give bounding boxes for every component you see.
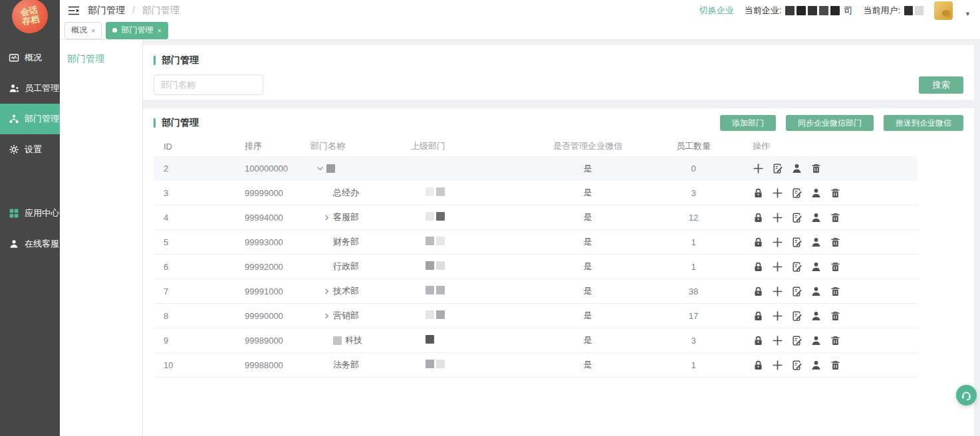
lock-icon[interactable] xyxy=(753,310,764,322)
sidebar-item-online-support[interactable]: 在线客服 xyxy=(0,229,60,259)
edit-icon[interactable] xyxy=(791,310,802,322)
plus-icon[interactable] xyxy=(772,360,783,371)
headset-icon xyxy=(960,389,973,401)
collapse-menu-icon[interactable] xyxy=(68,6,80,15)
redacted-block xyxy=(426,261,434,270)
lock-icon[interactable] xyxy=(753,360,764,371)
breadcrumb-page: 部门管理 xyxy=(142,5,180,15)
cell-actions xyxy=(751,286,918,297)
department-name-input[interactable] xyxy=(154,74,263,95)
user-icon[interactable] xyxy=(810,212,822,223)
edit-icon[interactable] xyxy=(791,237,802,248)
cell-sort: 99988000 xyxy=(233,360,299,370)
edit-icon[interactable] xyxy=(791,335,802,346)
edit-icon[interactable] xyxy=(791,286,802,297)
table-card-title: 部门管理 xyxy=(154,117,199,129)
subsidebar-item-departments[interactable]: 部门管理 xyxy=(60,53,142,65)
lock-icon[interactable] xyxy=(753,286,764,297)
trash-icon[interactable] xyxy=(830,187,841,199)
support-float-button[interactable] xyxy=(956,385,977,405)
table-row[interactable]: 499994000客服部是12 xyxy=(154,205,918,230)
topbar: 部门管理 / 部门管理 切换企业 当前企业: 司 当前用户: ▼ xyxy=(60,0,980,21)
cell-employee-count: 1 xyxy=(636,262,751,272)
user-icon[interactable] xyxy=(810,237,822,248)
trash-icon[interactable] xyxy=(830,212,841,223)
trash-icon[interactable] xyxy=(830,310,841,322)
app-logo: 会话 存档 xyxy=(9,0,51,36)
plus-icon[interactable] xyxy=(772,286,783,297)
table-row[interactable]: 799991000技术部是38 xyxy=(154,279,918,304)
edit-icon[interactable] xyxy=(791,360,802,371)
trash-icon[interactable] xyxy=(830,360,841,371)
user-icon[interactable] xyxy=(810,187,822,199)
search-button[interactable]: 搜索 xyxy=(919,76,963,94)
trash-icon[interactable] xyxy=(830,286,841,297)
trash-icon[interactable] xyxy=(810,163,822,174)
edit-icon[interactable] xyxy=(791,187,802,199)
lock-icon[interactable] xyxy=(753,261,764,272)
trash-icon[interactable] xyxy=(830,237,841,248)
push-to-wecom-button[interactable]: 推送到企业微信 xyxy=(884,115,963,131)
edit-icon[interactable] xyxy=(772,163,783,174)
table-row[interactable]: 399999000总经办是3 xyxy=(154,181,918,205)
user-icon[interactable] xyxy=(810,261,822,272)
table-card-title-text: 部门管理 xyxy=(162,117,199,129)
tab-overview[interactable]: 概况× xyxy=(64,22,102,39)
sidebar-bottom-nav: 应用中心在线客服 xyxy=(0,198,60,259)
lock-icon[interactable] xyxy=(753,212,764,223)
plus-icon[interactable] xyxy=(772,335,783,346)
edit-icon[interactable] xyxy=(791,212,802,223)
plus-icon[interactable] xyxy=(772,237,783,248)
user-avatar[interactable] xyxy=(934,1,953,20)
switch-company-link[interactable]: 切换企业 xyxy=(699,5,734,17)
cell-department-name: 法务部 xyxy=(299,359,399,371)
close-icon[interactable]: × xyxy=(157,27,161,35)
trash-icon[interactable] xyxy=(830,261,841,272)
lock-icon[interactable] xyxy=(753,237,764,248)
current-user: 当前用户: xyxy=(863,5,923,17)
arrow-right-icon[interactable] xyxy=(323,288,333,295)
redacted-block xyxy=(426,237,434,245)
redacted-block xyxy=(785,6,795,15)
department-name-text: 财务部 xyxy=(333,236,359,248)
redacted-block xyxy=(426,360,434,368)
lock-icon[interactable] xyxy=(753,335,764,346)
sidebar-item-overview[interactable]: 概况 xyxy=(0,43,60,73)
table-row[interactable]: 999989000科技是3 xyxy=(154,328,918,353)
column-header-name: 部门名称 xyxy=(299,140,399,152)
redacted-block xyxy=(915,6,923,15)
arrow-right-icon[interactable] xyxy=(323,214,333,221)
trash-icon[interactable] xyxy=(830,335,841,346)
close-icon[interactable]: × xyxy=(91,27,95,35)
table-row[interactable]: 1099988000法务部是1 xyxy=(154,353,918,378)
lock-icon[interactable] xyxy=(753,187,764,199)
sidebar-item-settings[interactable]: 设置 xyxy=(0,134,60,165)
edit-icon[interactable] xyxy=(791,261,802,272)
plus-icon[interactable] xyxy=(772,187,783,199)
plus-icon[interactable] xyxy=(753,163,764,174)
user-icon[interactable] xyxy=(791,163,802,174)
table-row[interactable]: 899990000营销部是17 xyxy=(154,304,918,328)
tab-departments[interactable]: 部门管理× xyxy=(106,22,168,39)
table-row[interactable]: 599993000财务部是1 xyxy=(154,230,918,255)
table-row[interactable]: 699992000行政部是1 xyxy=(154,255,918,279)
add-department-button[interactable]: 添加部门 xyxy=(720,115,776,131)
user-icon[interactable] xyxy=(810,360,822,371)
breadcrumb-section[interactable]: 部门管理 xyxy=(88,5,125,15)
arrow-down-icon[interactable] xyxy=(316,165,326,172)
table-row[interactable]: 2100000000是0 xyxy=(154,156,918,181)
arrow-right-icon[interactable] xyxy=(323,312,333,320)
department-name-text: 客服部 xyxy=(333,211,359,223)
plus-icon[interactable] xyxy=(772,212,783,223)
sidebar-item-employees[interactable]: 员工管理 xyxy=(0,73,60,104)
sidebar-item-app-center[interactable]: 应用中心 xyxy=(0,198,60,229)
plus-icon[interactable] xyxy=(772,261,783,272)
chevron-down-icon[interactable]: ▼ xyxy=(965,11,971,20)
cell-actions xyxy=(751,163,918,174)
user-icon[interactable] xyxy=(810,335,822,346)
plus-icon[interactable] xyxy=(772,310,783,322)
sidebar-item-departments[interactable]: 部门管理 xyxy=(0,104,60,134)
user-icon[interactable] xyxy=(810,286,822,297)
user-icon[interactable] xyxy=(810,310,822,322)
sync-wecom-departments-button[interactable]: 同步企业微信部门 xyxy=(786,115,874,131)
